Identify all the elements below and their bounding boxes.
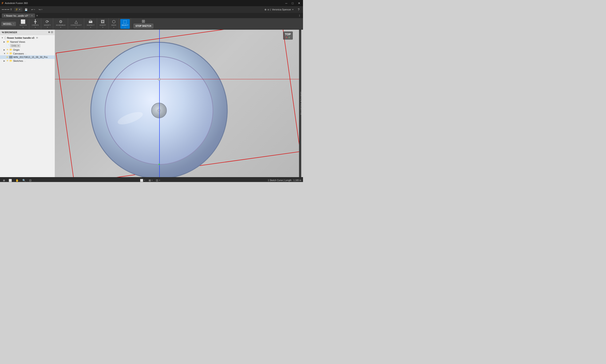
axis-x-label: X xyxy=(286,36,287,39)
construct-group: △ CONSTRUCT ▼ xyxy=(68,18,84,29)
app-logo: F xyxy=(2,1,3,5)
notification-count: ⊕ 1 xyxy=(267,8,271,11)
tree-root-label: flower holder handle v3 xyxy=(7,37,34,39)
grid-button[interactable]: ⊕ xyxy=(2,179,6,182)
help-button[interactable]: ? xyxy=(296,8,301,11)
view-cube[interactable]: TOP X Z xyxy=(283,31,293,40)
canvases-folder-icon: 📁 xyxy=(9,52,13,55)
save-button[interactable]: 💾 xyxy=(23,7,29,12)
modify-group: ⟳ MODIFY ▼ xyxy=(42,18,53,29)
assemble-button[interactable]: ⚙ ASSEMBLE ▼ xyxy=(54,19,67,29)
new-tab-button[interactable]: + xyxy=(35,14,40,17)
user-name: Veronica Spencer xyxy=(272,8,291,11)
status-text: 1 Sketch Curve | Length : 1.165 in xyxy=(268,179,301,182)
minimize-button[interactable]: ─ xyxy=(284,1,288,5)
modify-label: MODIFY xyxy=(44,24,51,26)
stop-sketch-label[interactable]: STOP SKETCH xyxy=(133,24,153,28)
inspect-group: 🏔 INSPECT ▼ xyxy=(85,18,97,29)
sketch-tool-button[interactable]: ⬜ SKETCH ▼ xyxy=(18,19,28,29)
stop-sketch-button[interactable]: ⊞ STOP SKETCH xyxy=(132,19,155,29)
inspect-dropdown: ▼ xyxy=(90,26,92,28)
browser-expand-button[interactable]: ⊡ xyxy=(51,31,53,34)
bottom-left-tools: ⊕ ⬜ ✋ 🔍 ⊡ xyxy=(2,179,33,182)
eye-button[interactable]: 👁 xyxy=(36,37,38,39)
sketch-label: SKETCH xyxy=(19,24,26,26)
viewport[interactable]: TOP X Z xyxy=(55,30,299,177)
grid-settings-button[interactable]: ⊞▼ xyxy=(147,179,154,182)
status-message: 1 Sketch Curve | Length : 1.165 in xyxy=(268,179,301,182)
file-menu[interactable]: F ▼ xyxy=(14,8,22,12)
canvases-eye-icon: 👁 xyxy=(6,52,9,55)
display-settings-button[interactable]: ⬜▼ xyxy=(139,179,147,182)
display-mode-button[interactable]: ⬜ xyxy=(8,179,13,182)
model-dropdown-arrow: ▼ xyxy=(13,23,14,25)
tree-expand-icon: ▼ xyxy=(1,37,3,39)
tree-canvas-item[interactable]: 👁 WIN_20170813_15_09_39_Pro xyxy=(0,55,55,59)
make-icon: ⬡ xyxy=(112,20,116,24)
tab-close-button[interactable]: ✕ xyxy=(31,14,33,17)
select-label: SELECT xyxy=(122,24,129,26)
model-label: MODEL xyxy=(3,23,12,25)
zoom-button[interactable]: 🔍 xyxy=(21,179,27,182)
title-bar-left: F Autodesk Fusion 360 xyxy=(2,1,28,5)
construct-button[interactable]: △ CONSTRUCT ▼ xyxy=(69,19,83,29)
create-icon: ╋ xyxy=(34,20,37,24)
browser-tree: ▼ ⬡ flower holder handle v3 👁 ▶ 📁 Named … xyxy=(0,35,55,177)
close-button[interactable]: ✕ xyxy=(297,1,301,5)
insert-dropdown: ▼ xyxy=(102,26,104,28)
tree-units[interactable]: 📄 Units: in xyxy=(0,44,55,48)
sketches-dots: ... xyxy=(24,60,26,62)
tree-named-views[interactable]: ▶ 📁 Named Views xyxy=(0,40,55,44)
canvas-thumbnail xyxy=(9,56,13,58)
folder-icon: 📁 xyxy=(6,40,10,43)
pan-button[interactable]: ✋ xyxy=(14,179,20,182)
expand-tab-button[interactable]: ⟩ xyxy=(298,14,301,17)
insert-label: INSERT xyxy=(100,24,106,26)
sketch-group: ⬜ SKETCH ▼ xyxy=(17,18,29,29)
active-tab[interactable]: flower ho...andle v3* * ✕ xyxy=(2,13,35,18)
fit-button[interactable]: ⊡ xyxy=(28,179,33,182)
make-button[interactable]: ⬡ MAKE ▼ xyxy=(110,19,118,29)
model-dropdown[interactable]: MODEL ▼ xyxy=(1,22,16,26)
named-views-expand: ▶ xyxy=(3,41,6,43)
origin-folder-icon: 📁 xyxy=(9,48,13,51)
sketch-icon: ⬜ xyxy=(21,20,26,24)
tree-root-item[interactable]: ▼ ⬡ flower holder handle v3 👁 xyxy=(0,36,55,40)
assemble-icon: ⚙ xyxy=(59,20,63,24)
bottom-toolbar: ⊕ ⬜ ✋ 🔍 ⊡ ⬜▼ ⊞▼ ⊡▼ 1 Sketch Curve | Leng… xyxy=(0,177,303,182)
canvases-expand: ▼ xyxy=(3,52,6,55)
modify-button[interactable]: ⟳ MODIFY ▼ xyxy=(42,19,52,29)
inspect-icon: 🏔 xyxy=(89,20,92,24)
maximize-button[interactable]: □ xyxy=(291,1,294,5)
app-menu-icon[interactable]: ⠿ xyxy=(10,8,12,11)
axis-z-label: Z xyxy=(289,36,290,39)
browser-title: BROWSER xyxy=(4,31,17,34)
viewport-settings-button[interactable]: ⊡▼ xyxy=(155,179,161,182)
bottom-center-tools: ⬜▼ ⊞▼ ⊡▼ xyxy=(139,179,162,182)
main-toolbar: MODEL ▼ ⬜ SKETCH ▼ ╋ CREATE ▼ ⟳ MODIFY ▼… xyxy=(0,18,303,30)
tab-modified-indicator: * xyxy=(29,14,30,17)
tree-canvases[interactable]: ▼ 👁 📁 Canvases ... xyxy=(0,52,55,55)
construct-dropdown: ▼ xyxy=(75,26,77,28)
construct-icon: △ xyxy=(75,20,78,24)
tree-sketches[interactable]: ▶ 👁 📁 Sketches ... xyxy=(0,59,55,63)
tree-origin[interactable]: ▶ 👁 📁 Origin xyxy=(0,48,55,52)
units-label: Units: in xyxy=(10,44,20,47)
origin-label: Origin xyxy=(13,49,19,51)
assemble-label: ASSEMBLE xyxy=(56,24,65,26)
undo-button[interactable]: ↩▼ xyxy=(30,7,37,12)
insert-button[interactable]: 🖼 INSERT ▼ xyxy=(98,19,107,29)
inspect-label: INSPECT xyxy=(87,24,94,26)
create-button[interactable]: ╋ CREATE ▼ xyxy=(31,19,40,29)
sketch-palette-arrow[interactable]: ◀ xyxy=(0,31,3,33)
modify-dropdown: ▼ xyxy=(47,26,48,28)
inspect-button[interactable]: 🏔 INSPECT ▼ xyxy=(85,19,96,29)
vertical-axis-line xyxy=(159,30,160,177)
browser-options-button[interactable]: ⊕ xyxy=(48,31,50,34)
redo-button[interactable]: ↪▼ xyxy=(37,7,44,12)
units-icon: 📄 xyxy=(6,44,10,47)
select-icon: ⬚ xyxy=(123,20,127,24)
select-button[interactable]: ⬚ SELECT ▼ xyxy=(120,19,130,29)
view-top-label: TOP xyxy=(285,33,291,36)
user-menu[interactable]: ⊕ ⊕ 1 Veronica Spencer ▼ xyxy=(263,8,295,11)
